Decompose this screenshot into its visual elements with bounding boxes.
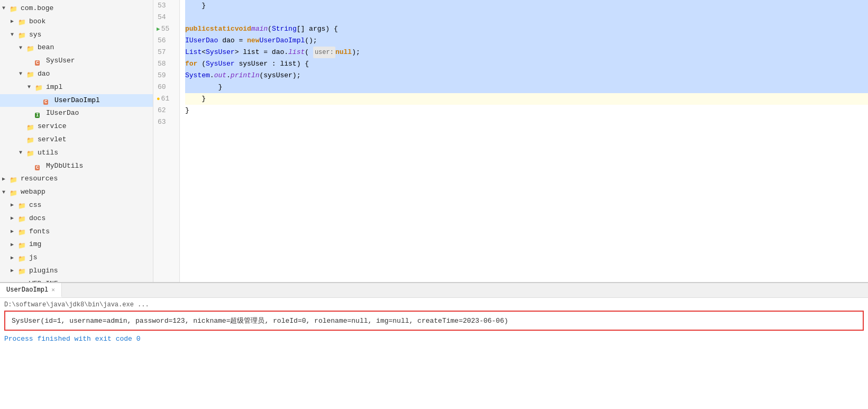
line-number: 58 <box>158 58 166 70</box>
tree-item-sysuser[interactable]: CSysUser <box>0 54 153 68</box>
tree-arrow[interactable]: ▼ <box>19 149 26 157</box>
tree-item-label: dao <box>38 69 50 80</box>
tree-item-js[interactable]: ▶📁js <box>0 251 153 265</box>
tree-item-dao[interactable]: ▼📁dao <box>0 68 153 81</box>
tree-arrow[interactable]: ▶ <box>2 175 10 184</box>
tree-arrow[interactable]: ▼ <box>19 70 26 78</box>
line-number-53: 53 <box>158 0 175 12</box>
tree-arrow[interactable]: ▶ <box>11 228 18 236</box>
tree-item-web-inf[interactable]: ▶📁WEB-INF <box>0 278 153 282</box>
tree-item-label: com.boge <box>21 3 53 14</box>
tree-arrow[interactable]: ▶ <box>11 241 18 249</box>
tree-arrow[interactable]: ▶ <box>11 267 18 275</box>
folder-icon: 📁 <box>26 44 36 52</box>
line-number: 53 <box>158 0 166 12</box>
line-number: 63 <box>158 116 166 128</box>
line-number-56: 56 <box>158 35 175 47</box>
code-line-63 <box>185 116 868 128</box>
tree-item-label: img <box>29 239 41 250</box>
tree-item-service[interactable]: 📁service <box>0 120 153 133</box>
java-class-icon: C <box>43 97 53 104</box>
tree-item-userdaoimpl[interactable]: CUserDaoImpl <box>0 94 153 107</box>
tree-item-label: impl <box>46 82 62 93</box>
tree-arrow[interactable]: ▶ <box>11 201 18 210</box>
tree-item-webapp[interactable]: ▼📁webapp <box>0 186 153 199</box>
run-path: D:\software\java\jdk8\bin\java.exe ... <box>4 301 864 308</box>
folder-icon: 📁 <box>18 255 28 262</box>
tree-arrow[interactable]: ▶ <box>11 214 18 223</box>
code-line-56: IUserDao dao = new UserDaoImpl(); <box>185 35 868 47</box>
code-editor: 5354▶555657585960●616263 } public static… <box>153 0 868 282</box>
file-tree[interactable]: ▼📁com.boge▶📁book▼📁sys▼📁beanCSysUser▼📁dao… <box>0 0 153 282</box>
folder-icon: 📁 <box>26 70 36 78</box>
tree-item-css[interactable]: ▶📁css <box>0 199 153 212</box>
folder-icon: 📁 <box>18 241 28 249</box>
tree-item-book[interactable]: ▶📁book <box>0 15 153 29</box>
tree-arrow[interactable]: ▼ <box>28 83 35 92</box>
line-number: 57 <box>158 47 166 58</box>
run-tab[interactable]: UserDaoImpl ✕ <box>0 283 62 297</box>
tree-item-fonts[interactable]: ▶📁fonts <box>0 225 153 239</box>
code-line-59: System.out.println(sysUser); <box>185 70 868 81</box>
line-number: 59 <box>158 70 166 81</box>
line-number-54: 54 <box>158 12 175 23</box>
line-number-58: 58 <box>158 58 175 70</box>
tree-item-img[interactable]: ▶📁img <box>0 238 153 251</box>
tree-arrow[interactable]: ▼ <box>2 188 10 197</box>
folder-icon: 📁 <box>18 215 28 222</box>
line-number-63: 63 <box>158 116 175 128</box>
folder-icon: 📁 <box>26 123 36 131</box>
tree-item-bean[interactable]: ▼📁bean <box>0 41 153 54</box>
tree-item-label: MyDbUtils <box>46 161 83 172</box>
tree-arrow[interactable]: ▼ <box>2 4 10 13</box>
tree-item-utils[interactable]: ▼📁utils <box>0 147 153 160</box>
tree-item-label: servlet <box>38 134 67 146</box>
tree-item-docs[interactable]: ▶📁docs <box>0 212 153 225</box>
line-number: 55 <box>161 23 170 35</box>
bottom-tabs: UserDaoImpl ✕ <box>0 283 868 298</box>
tree-arrow[interactable]: ▶ <box>11 17 18 26</box>
tree-item-com-boge[interactable]: ▼📁com.boge <box>0 2 153 15</box>
folder-icon: 📁 <box>26 149 36 157</box>
tree-item-label: fonts <box>29 226 50 238</box>
tree-arrow[interactable]: ▼ <box>11 31 18 39</box>
tree-item-mydbutils[interactable]: CMyDbUtils <box>0 160 153 173</box>
line-numbers: 5354▶555657585960●616263 <box>153 0 180 282</box>
run-gutter-icon[interactable]: ▶ <box>157 23 160 35</box>
line-number-61: ●61 <box>158 93 175 105</box>
java-class-icon: C <box>35 162 44 170</box>
folder-icon: 📁 <box>10 189 19 196</box>
tree-item-label: css <box>29 200 41 211</box>
warning-gutter-icon: ● <box>157 93 160 105</box>
tree-item-servlet[interactable]: 📁servlet <box>0 133 153 147</box>
bottom-panel: UserDaoImpl ✕ D:\software\java\jdk8\bin\… <box>0 282 868 409</box>
tree-item-plugins[interactable]: ▶📁plugins <box>0 265 153 278</box>
tree-item-label: utils <box>38 148 58 159</box>
tree-item-label: docs <box>29 213 45 224</box>
tree-item-label: SysUser <box>46 56 75 67</box>
line-number: 62 <box>158 105 166 116</box>
folder-icon: 📁 <box>18 202 28 209</box>
bottom-content: D:\software\java\jdk8\bin\java.exe ... S… <box>0 298 868 409</box>
line-number-62: 62 <box>158 105 175 116</box>
output-box: SysUser(id=1, username=admin, password=1… <box>4 311 864 331</box>
line-number: 61 <box>161 93 170 105</box>
tree-arrow[interactable]: ▼ <box>19 44 26 52</box>
tree-item-resources[interactable]: ▶📁resources <box>0 172 153 186</box>
tree-item-label: UserDaoImpl <box>54 95 100 106</box>
output-text: SysUser(id=1, username=admin, password=1… <box>12 317 508 325</box>
code-line-61: } <box>185 93 868 105</box>
tree-item-label: sys <box>29 30 41 41</box>
line-number: 54 <box>158 12 166 23</box>
tree-arrow[interactable]: ▶ <box>11 254 18 262</box>
code-line-54 <box>185 12 868 23</box>
tree-item-label: webapp <box>21 187 45 198</box>
tree-item-sys[interactable]: ▼📁sys <box>0 29 153 42</box>
tree-item-label: book <box>29 16 45 28</box>
folder-icon: 📁 <box>10 176 19 183</box>
tree-item-label: IUserDao <box>46 108 79 119</box>
tree-item-iuserdao[interactable]: IIUserDao <box>0 107 153 120</box>
line-number: 56 <box>158 35 166 47</box>
run-tab-close[interactable]: ✕ <box>51 286 55 293</box>
tree-item-impl[interactable]: ▼📁impl <box>0 81 153 94</box>
